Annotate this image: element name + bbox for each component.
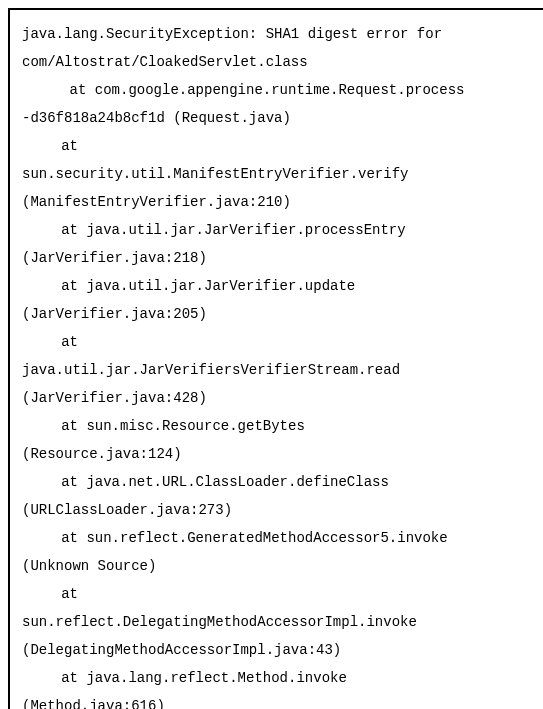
frame-at: at java.util.jar.JarVerifier.update [22,272,537,300]
stack-frame: at java.lang.reflect.Method.invoke (Meth… [22,664,537,709]
frame-at: at [22,580,537,608]
frame-at: at [22,328,537,356]
exception-header-line2: com/Altostrat/CloakedServlet.class [22,48,537,76]
frame-loc: (JarVerifier.java:218) [22,244,537,272]
frame-loc: sun.reflect.DelegatingMethodAccessorImpl… [22,608,537,636]
frame-at: at com.google.appengine.runtime.Request.… [22,76,537,104]
frame-at: at [22,132,537,160]
stack-frame: at java.util.jar.JarVerifiersVerifierStr… [22,328,537,412]
exception-header-line1: java.lang.SecurityException: SHA1 digest… [22,20,537,48]
frame-loc: sun.security.util.ManifestEntryVerifier.… [22,160,537,188]
frame-loc: (Method.java:616) [22,692,537,709]
frame-loc: (JarVerifier.java:205) [22,300,537,328]
frame-loc: (Resource.java:124) [22,440,537,468]
stack-frame: at java.util.jar.JarVerifier.update (Jar… [22,272,537,328]
frame-loc: (URLClassLoader.java:273) [22,496,537,524]
frame-at: at java.net.URL.ClassLoader.defineClass [22,468,537,496]
frame-at: at sun.reflect.GeneratedMethodAccessor5.… [22,524,537,552]
frame-at: at sun.misc.Resource.getBytes [22,412,537,440]
stack-frame: at sun.reflect.DelegatingMethodAccessorI… [22,580,537,664]
stack-frame: at sun.misc.Resource.getBytes (Resource.… [22,412,537,468]
frame-loc: java.util.jar.JarVerifiersVerifierStream… [22,356,537,384]
frame-at: at java.lang.reflect.Method.invoke [22,664,537,692]
frame-loc2: (DelegatingMethodAccessorImpl.java:43) [22,636,537,664]
stacktrace-box: java.lang.SecurityException: SHA1 digest… [8,8,543,709]
stack-frame: at java.util.jar.JarVerifier.processEntr… [22,216,537,272]
frame-loc2: (JarVerifier.java:428) [22,384,537,412]
stack-frame: at java.net.URL.ClassLoader.defineClass … [22,468,537,524]
frame-loc: -d36f818a24b8cf1d (Request.java) [22,104,537,132]
frame-loc2: (ManifestEntryVerifier.java:210) [22,188,537,216]
frame-at: at java.util.jar.JarVerifier.processEntr… [22,216,537,244]
stack-frame: at sun.reflect.GeneratedMethodAccessor5.… [22,524,537,580]
stack-frame: at sun.security.util.ManifestEntryVerifi… [22,132,537,216]
frame-loc: (Unknown Source) [22,552,537,580]
stack-frame: at com.google.appengine.runtime.Request.… [22,76,537,132]
